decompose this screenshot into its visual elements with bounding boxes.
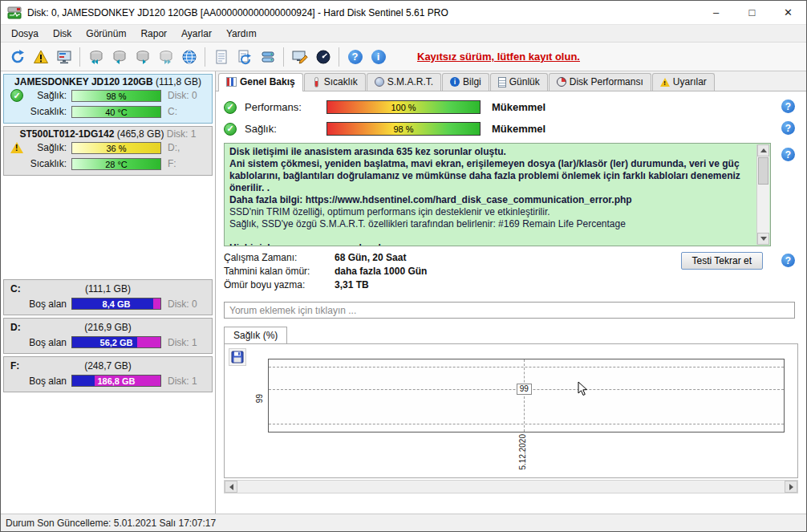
free-space-label: Boş alan xyxy=(7,337,71,348)
health-label: Sağlık: xyxy=(26,90,71,101)
sidebar-partition-f[interactable]: F: (248,7 GB) Boş alan 186,8 GB Disk: 1 xyxy=(3,356,213,392)
disk-monitor-button[interactable] xyxy=(53,46,75,67)
health-chart-panel: 99 5.12.2020 99 xyxy=(224,343,798,478)
menu-ayarlar[interactable]: Ayarlar xyxy=(174,26,219,41)
retest-help-icon[interactable]: ? xyxy=(781,254,795,267)
menu-dosya[interactable]: Dosya xyxy=(4,26,46,41)
info-tab-icon: i xyxy=(450,77,460,87)
last-disk-button[interactable] xyxy=(155,46,176,67)
toolbar-separator xyxy=(79,47,80,67)
scroll-up-icon[interactable] xyxy=(757,144,769,156)
sidebar-spacer xyxy=(3,178,213,279)
disk-0-temp-note: C: xyxy=(168,106,177,117)
close-button[interactable]: ✕ xyxy=(770,1,806,24)
tab-sicaklik[interactable]: Sıcaklık xyxy=(304,73,366,91)
maximize-button[interactable]: □ xyxy=(734,1,770,24)
disk-0-temp-row: Sıcaklık: 40 °C C: xyxy=(7,104,209,120)
health-label: Sağlık: xyxy=(245,123,326,135)
performance-row: ✓ Performans: 100 % Mükemmel ? xyxy=(224,96,798,118)
scrollbar-thumb[interactable] xyxy=(758,157,768,185)
save-chart-button[interactable] xyxy=(229,348,246,366)
partition-c-free-bar: 8,4 GB xyxy=(71,298,161,310)
refresh-button[interactable] xyxy=(6,46,28,67)
chart-horizontal-scrollbar[interactable] xyxy=(224,480,798,493)
mouse-cursor xyxy=(578,381,588,396)
comment-input[interactable] xyxy=(224,302,795,319)
written-label: Ömür boyu yazma: xyxy=(224,279,335,293)
content-area: JAMESDONKEY JD120 120GB (111,8 GB) ✓ Sağ… xyxy=(1,71,806,514)
scroll-down-icon[interactable] xyxy=(757,233,769,245)
log-icon xyxy=(498,77,506,87)
message-line: Ani sistem çökmesi, yeniden başlatma, ma… xyxy=(229,158,752,194)
disk-0-health-row: ✓ Sağlık: 98 % Disk: 0 xyxy=(7,87,209,104)
sidebar-disk-0[interactable]: JAMESDONKEY JD120 120GB (111,8 GB) ✓ Sağ… xyxy=(3,74,213,124)
toolbar-separator xyxy=(205,47,205,67)
performance-ok-icon: ✓ xyxy=(224,101,237,114)
tab-genel-bakis[interactable]: Genel Bakış xyxy=(218,73,303,91)
disk-1-health-meter: 36 % xyxy=(71,142,161,154)
tab-gunluk[interactable]: Günlük xyxy=(490,73,548,91)
website-button[interactable] xyxy=(178,46,200,67)
retest-button[interactable]: Testi Tekrar et xyxy=(681,252,763,270)
surface-test-button[interactable] xyxy=(289,46,310,67)
uptime-label: Çalışma Zamanı: xyxy=(224,252,335,266)
message-line: Hiçbir işlem yapmanıza gerek yok. xyxy=(229,242,752,246)
health-help-icon[interactable]: ? xyxy=(781,121,795,135)
sidebar-disk-1[interactable]: ST500LT012-1DG142 (465,8 GB) Disk: 1 ! S… xyxy=(3,126,213,176)
disk-list-button[interactable] xyxy=(257,46,278,67)
disk-1-size: (465,8 GB) xyxy=(117,128,164,140)
sidebar-partition-d[interactable]: D: (216,9 GB) Boş alan 56,2 GB Disk: 1 xyxy=(3,318,213,354)
next-disk-button[interactable] xyxy=(132,46,153,67)
toolbar: ? i Kayıtsız sürüm, lütfen kayıt olun. xyxy=(1,43,806,71)
performance-monitor-button[interactable] xyxy=(312,46,334,67)
tab-bilgi[interactable]: i Bilgi xyxy=(442,73,489,91)
health-label: Sağlık: xyxy=(26,142,71,153)
sidebar-partition-c[interactable]: C: (111,1 GB) Boş alan 8,4 GB Disk: 0 xyxy=(3,279,213,315)
window-title: Disk: 0, JAMESDONKEY JD120 120GB [AA0000… xyxy=(27,7,698,18)
performance-label: Performans: xyxy=(245,101,326,113)
title-bar: Disk: 0, JAMESDONKEY JD120 120GB [AA0000… xyxy=(1,1,806,25)
report-button[interactable] xyxy=(210,46,232,67)
info-button[interactable]: i xyxy=(367,46,389,67)
status-message-box: Disk iletişimi ile anasistem arasında 63… xyxy=(224,143,771,246)
performance-icon xyxy=(557,77,566,87)
ok-status-icon: ✓ xyxy=(10,89,23,102)
tab-smart[interactable]: S.M.A.R.T. xyxy=(367,73,441,91)
app-icon xyxy=(7,6,22,20)
health-chart-section: Sağlık (%) 99 5.12.2020 xyxy=(224,326,798,493)
refresh-report-button[interactable] xyxy=(233,46,255,67)
tab-disk-performansi[interactable]: Disk Performansı xyxy=(549,73,651,91)
message-scrollbar[interactable] xyxy=(756,144,769,245)
globe-icon xyxy=(181,49,197,65)
message-help-icon[interactable]: ? xyxy=(781,148,795,161)
menu-rapor[interactable]: Rapor xyxy=(133,26,174,41)
performance-rating: Mükemmel xyxy=(492,101,545,113)
menu-bar: Dosya Disk Görünüm Rapor Ayarlar Yardım xyxy=(1,25,806,43)
prev-disk-button[interactable] xyxy=(108,46,130,67)
menu-disk[interactable]: Disk xyxy=(46,26,79,41)
save-icon xyxy=(231,351,244,363)
menu-gorunum[interactable]: Görünüm xyxy=(79,26,133,41)
disk-1-health-note: D:, xyxy=(168,142,180,153)
status-bar: Durum Son Güncelleme: 5.01.2021 Salı 17:… xyxy=(1,514,806,531)
message-line: Disk iletişimi ile anasistem arasında 63… xyxy=(229,146,752,158)
minimize-button[interactable]: – xyxy=(698,1,734,24)
menu-yardim[interactable]: Yardım xyxy=(219,26,264,41)
scroll-left-icon[interactable] xyxy=(225,481,237,493)
help-button[interactable]: ? xyxy=(344,46,366,67)
health-bar: 98 % xyxy=(326,122,481,136)
partition-size: (111,1 GB) xyxy=(49,283,167,294)
performance-bar: 100 % xyxy=(326,100,481,114)
alert-settings-button[interactable] xyxy=(30,46,51,67)
chart-tab-saglik[interactable]: Sağlık (%) xyxy=(224,327,287,344)
refresh-icon xyxy=(10,49,26,65)
first-disk-button[interactable] xyxy=(85,46,107,67)
message-line: SSD'nin TRIM özelliği, optimum performan… xyxy=(229,206,752,218)
disk-1-temp-meter: 28 °C xyxy=(71,158,161,170)
tab-uyarilar[interactable]: ! Uyarılar xyxy=(652,73,715,91)
disk-0-health-note: Disk: 0 xyxy=(168,90,197,101)
register-link[interactable]: Kayıtsız sürüm, lütfen kayıt olun. xyxy=(417,51,580,63)
performance-help-icon[interactable]: ? xyxy=(781,99,795,113)
disk-0-health-meter: 98 % xyxy=(71,90,161,102)
scroll-right-icon[interactable] xyxy=(785,481,797,493)
